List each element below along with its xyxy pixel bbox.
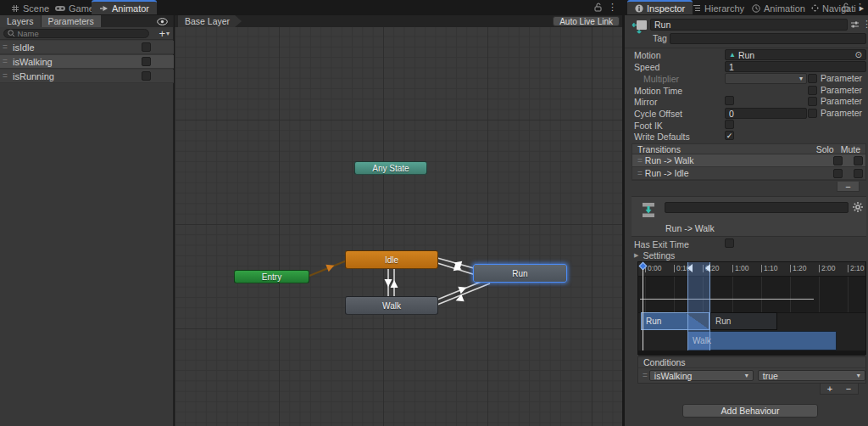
parameter-search-field[interactable] <box>3 29 149 38</box>
parameter-bool-checkbox[interactable] <box>142 71 151 81</box>
add-behaviour-button[interactable]: Add Behaviour <box>682 404 818 418</box>
kebab-menu-icon[interactable]: ⋮ <box>855 2 865 12</box>
lock-icon[interactable] <box>842 3 849 12</box>
search-input[interactable] <box>17 29 145 38</box>
ruler-tick: 1:00 <box>732 265 749 272</box>
foot-ik-checkbox[interactable] <box>725 120 734 129</box>
parameter-row-iswalking[interactable]: = isWalking <box>0 55 174 69</box>
multiplier-label: Multiplier <box>643 74 679 84</box>
multiplier-dropdown[interactable]: ▾ <box>725 73 807 84</box>
timeline-ruler[interactable]: 0:00 0:10 0:20 1:00 1:10 1:20 2:00 2:10 <box>638 262 865 277</box>
transition-label: Run -> Idle <box>645 168 689 178</box>
mute-checkbox[interactable] <box>854 169 863 178</box>
tab-animator[interactable]: Animator <box>92 0 157 14</box>
parameter-row-isidle[interactable]: = isIdle <box>0 41 174 54</box>
settings-foldout[interactable]: ▶ Settings <box>634 250 675 261</box>
write-defaults-checkbox[interactable]: ✓ <box>725 131 734 140</box>
layers-parameters-header: Layers Parameters <box>0 15 173 27</box>
solo-checkbox[interactable] <box>833 169 843 178</box>
drag-handle-icon[interactable]: = <box>637 169 642 178</box>
mute-checkbox[interactable] <box>854 156 863 165</box>
timeline-playhead[interactable] <box>640 263 646 269</box>
tab-hierarchy[interactable]: Hierarchy <box>685 1 752 15</box>
cycle-offset-input[interactable] <box>729 109 803 119</box>
add-condition-button[interactable]: + <box>827 384 832 394</box>
chevron-down-icon: ▾ <box>799 75 803 82</box>
state-node-walk[interactable]: Walk <box>345 296 438 315</box>
state-node-run[interactable]: Run <box>473 264 567 283</box>
top-tab-strip: Scene Game Animator ⋮ Inspector Hierarch… <box>0 0 868 15</box>
mirror-checkbox[interactable] <box>725 96 734 105</box>
state-node-entry[interactable]: Entry <box>234 270 309 283</box>
transition-name-field[interactable] <box>665 202 849 213</box>
presets-icon[interactable] <box>850 20 860 29</box>
timeline-bar-run-loop[interactable]: Run <box>710 312 777 330</box>
condition-parameter-value: isWalking <box>654 371 693 381</box>
drag-handle-icon[interactable]: = <box>3 42 11 52</box>
ruler-tick: 1:20 <box>790 265 807 272</box>
condition-value-dropdown[interactable]: true ▾ <box>758 370 865 381</box>
eye-icon[interactable] <box>157 18 168 25</box>
foldout-arrow-icon: ▶ <box>634 252 638 259</box>
settings-label: Settings <box>643 250 675 261</box>
drag-handle-icon[interactable]: = <box>637 156 642 165</box>
breadcrumb[interactable]: Base Layer <box>178 15 242 27</box>
parameter-checkbox[interactable] <box>808 97 817 106</box>
animator-graph-canvas[interactable]: Any State Idle Entry Walk Run Base Layer… <box>175 15 622 426</box>
parameter-checkbox[interactable] <box>808 86 817 95</box>
animator-window-buttons: ⋮ <box>594 2 617 12</box>
state-name-field[interactable] <box>650 19 848 31</box>
tag-field[interactable] <box>670 33 866 44</box>
plus-icon: + <box>159 27 165 40</box>
gear-icon[interactable] <box>853 202 863 212</box>
tag-input[interactable] <box>674 34 862 44</box>
transition-timeline[interactable]: 0:00 0:10 0:20 1:00 1:10 1:20 2:00 2:10 … <box>637 261 866 355</box>
parameter-bool-checkbox[interactable] <box>142 57 151 66</box>
animation-clip-icon: ▲ <box>729 51 736 59</box>
node-label: Idle <box>385 255 398 265</box>
remove-condition-button[interactable]: − <box>846 384 851 394</box>
transition-detail-header: Run -> Walk <box>632 196 866 237</box>
add-parameter-button[interactable]: + ▾ <box>159 27 170 40</box>
speed-field[interactable] <box>725 61 866 72</box>
parameter-checkbox[interactable] <box>808 74 817 83</box>
animator-icon <box>99 5 108 12</box>
drag-handle-icon[interactable]: = <box>3 57 11 66</box>
bar-label: Run <box>646 317 661 326</box>
state-node-idle[interactable]: Idle <box>345 250 438 269</box>
solo-column-label: Solo <box>816 144 834 154</box>
layers-tab[interactable]: Layers <box>0 15 42 27</box>
parameters-tab[interactable]: Parameters <box>42 15 102 27</box>
drag-handle-icon[interactable]: = <box>643 371 647 380</box>
condition-parameter-dropdown[interactable]: isWalking ▾ <box>649 370 754 381</box>
kebab-menu-icon[interactable]: ⋮ <box>608 2 617 12</box>
foot-ik-label: Foot IK <box>634 121 663 131</box>
transition-name-input[interactable] <box>669 203 844 213</box>
transition-row-run-walk[interactable]: = Run -> Walk <box>632 154 865 167</box>
transition-row-run-idle[interactable]: = Run -> Idle <box>632 167 865 180</box>
lock-icon[interactable] <box>594 3 602 12</box>
parameter-checkbox[interactable] <box>808 109 817 118</box>
search-icon <box>8 30 14 37</box>
has-exit-time-checkbox[interactable] <box>725 238 734 248</box>
kebab-menu-icon[interactable]: ⋮ <box>862 19 868 29</box>
cycle-offset-field[interactable] <box>725 108 807 119</box>
transition-end-handle-icon[interactable] <box>705 264 710 272</box>
state-node-any-state[interactable]: Any State <box>354 161 427 175</box>
drag-handle-icon[interactable]: = <box>3 71 11 81</box>
solo-checkbox[interactable] <box>833 156 843 165</box>
speed-input[interactable] <box>729 62 862 72</box>
node-label: Walk <box>382 301 401 311</box>
tab-inspector[interactable]: Inspector <box>627 0 693 14</box>
transition-start-handle-icon[interactable] <box>687 264 693 272</box>
remove-transition-button[interactable]: − <box>837 182 860 192</box>
state-name-input[interactable] <box>654 20 843 30</box>
motion-field[interactable]: ▲ Run ⊙ <box>725 49 866 60</box>
auto-live-link-button[interactable]: Auto Live Link <box>553 16 620 26</box>
conditions-add-remove-buttons: + − <box>820 384 859 395</box>
parameter-bool-checkbox[interactable] <box>142 42 151 52</box>
object-picker-icon[interactable]: ⊙ <box>855 50 862 59</box>
transition-region-handle[interactable] <box>687 262 710 350</box>
tab-animation[interactable]: Animation <box>744 1 813 15</box>
parameter-row-isrunning[interactable]: = isRunning <box>0 70 174 83</box>
